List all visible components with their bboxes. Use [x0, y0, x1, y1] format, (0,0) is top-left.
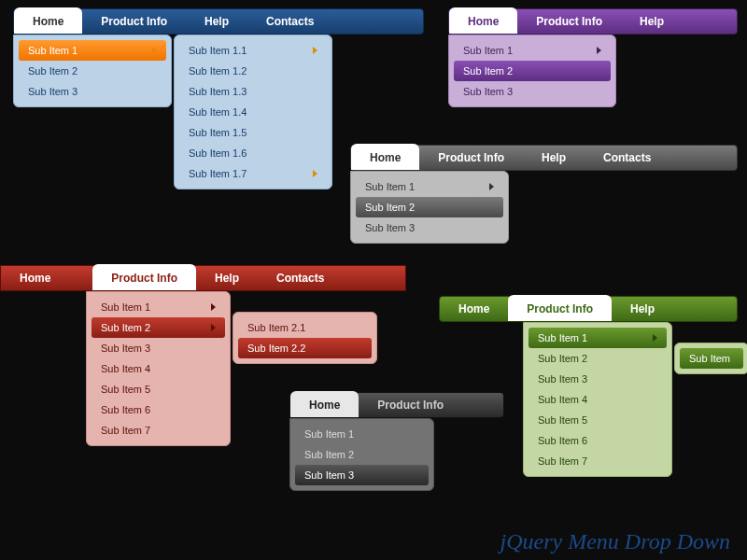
menu-item-label: Sub Item 2.2: [247, 343, 305, 354]
menu-item[interactable]: Sub Item 3: [356, 217, 503, 238]
menu-item[interactable]: Sub Item 1: [19, 40, 166, 61]
menu-item[interactable]: Sub Item 1.3: [179, 81, 327, 102]
menu-item[interactable]: Sub Item 3: [19, 81, 166, 102]
tab-product-info[interactable]: Product Info: [508, 295, 612, 321]
menu-item-label: Sub Item 5: [538, 414, 587, 426]
menu-item-label: Sub Item 3: [28, 86, 78, 97]
chevron-right-icon: [152, 47, 157, 54]
tab-product-info[interactable]: Product Info: [359, 393, 462, 417]
menu-item[interactable]: Sub Item 5: [529, 410, 667, 430]
menu-item[interactable]: Sub Item 3: [529, 369, 667, 389]
menu-item-label: Sub Item 2.1: [247, 322, 305, 333]
menu-item[interactable]: Sub Item 1.1: [179, 40, 327, 61]
menu-item[interactable]: Sub Item 2.1: [238, 317, 372, 338]
menu-item-label: Sub Item 4: [538, 394, 587, 405]
menu-item-label: Sub Item 1: [101, 301, 150, 313]
menu-blue: Home Product Info Help Contacts Sub Item…: [13, 8, 424, 35]
menu-item[interactable]: Sub Item 2: [454, 61, 611, 81]
menu-item-label: Sub Item 1.6: [189, 147, 247, 159]
dropdown-purple: Sub Item 1 Sub Item 2 Sub Item 3: [448, 35, 616, 107]
menu-item-label: Sub Item 5: [101, 384, 150, 395]
menu-item-label: Sub Item 1.5: [189, 127, 247, 138]
menu-item[interactable]: Sub Item 1.5: [179, 122, 327, 143]
menu-item[interactable]: Sub Item 3: [92, 338, 225, 358]
chevron-right-icon: [489, 183, 494, 190]
tab-product-info[interactable]: Product Info: [419, 146, 523, 170]
watermark-text: jQuery Menu Drop Down: [500, 529, 730, 554]
menu-item[interactable]: Sub Item 7: [529, 451, 667, 471]
menu-item-label: Sub Item 1: [538, 332, 587, 343]
tab-home[interactable]: Home: [1, 266, 69, 290]
menu-item[interactable]: Sub Item 1.6: [179, 143, 327, 163]
submenu-red: Sub Item 2.1 Sub Item 2.2: [233, 312, 377, 364]
menu-item-label: Sub Item 1: [463, 45, 513, 56]
menu-item-label: Sub Item: [689, 353, 730, 364]
menu-item[interactable]: Sub Item 1.4: [179, 102, 327, 122]
menu-item-label: Sub Item 3: [101, 343, 150, 354]
menu-item[interactable]: Sub Item 7: [92, 420, 225, 441]
menu-item[interactable]: Sub Item 2: [92, 317, 225, 338]
menu-item-label: Sub Item 7: [538, 455, 587, 467]
tab-product-info[interactable]: Product Info: [517, 9, 621, 34]
menu-item-label: Sub Item 1.2: [189, 65, 247, 77]
menu-item-label: Sub Item 2: [463, 65, 513, 77]
menu-item[interactable]: Sub Item: [680, 348, 743, 369]
tab-home[interactable]: Home: [290, 391, 359, 417]
tab-help[interactable]: Help: [621, 9, 683, 34]
menu-item[interactable]: Sub Item 6: [92, 399, 225, 420]
submenu-green: Sub Item: [674, 343, 747, 374]
tab-product-info[interactable]: Product Info: [92, 264, 196, 290]
chevron-right-icon: [313, 47, 317, 54]
menu-item[interactable]: Sub Item 6: [529, 430, 667, 451]
tab-home[interactable]: Home: [440, 297, 508, 321]
menu-item-label: Sub Item 1.1: [189, 45, 247, 56]
menu-item[interactable]: Sub Item 2.2: [238, 338, 372, 358]
dropdown-green: Sub Item 1 Sub Item 2 Sub Item 3 Sub Ite…: [523, 322, 672, 477]
tab-help[interactable]: Help: [612, 297, 673, 321]
menu-item-label: Sub Item 6: [538, 435, 587, 446]
menu-item-label: Sub Item 3: [463, 86, 513, 97]
menu-item-label: Sub Item 2: [538, 353, 587, 364]
menu-item-label: Sub Item 3: [538, 373, 587, 385]
menu-item[interactable]: Sub Item 4: [92, 358, 225, 379]
tab-contacts[interactable]: Contacts: [247, 9, 332, 34]
tab-help[interactable]: Help: [523, 146, 585, 170]
menubar-red: Home Product Info Help Contacts: [0, 265, 406, 291]
menu-gray: Home Product Info Help Contacts Sub Item…: [350, 145, 738, 171]
menu-item[interactable]: Sub Item 2: [19, 61, 166, 81]
tab-home[interactable]: Home: [351, 144, 419, 170]
tab-home[interactable]: Home: [14, 7, 82, 34]
menu-item[interactable]: Sub Item 2: [529, 348, 667, 369]
menu-item[interactable]: Sub Item 1: [295, 424, 429, 444]
menu-item[interactable]: Sub Item 4: [529, 389, 667, 410]
chevron-right-icon: [597, 47, 601, 54]
tab-product-info[interactable]: Product Info: [82, 9, 186, 34]
tab-help[interactable]: Help: [196, 266, 258, 290]
menu-item[interactable]: Sub Item 2: [356, 197, 503, 217]
menu-item[interactable]: Sub Item 2: [295, 444, 429, 465]
dropdown-gray: Sub Item 1 Sub Item 2 Sub Item 3: [350, 171, 509, 244]
menu-item[interactable]: Sub Item 1: [454, 40, 611, 61]
menubar-green: Home Product Info Help: [439, 296, 738, 322]
menu-item[interactable]: Sub Item 5: [92, 379, 225, 399]
menu-item[interactable]: Sub Item 1: [356, 176, 503, 197]
menu-item-label: Sub Item 2: [101, 322, 150, 333]
tab-home[interactable]: Home: [449, 7, 517, 34]
menu-item[interactable]: Sub Item 3: [295, 465, 429, 485]
menu-item-label: Sub Item 1.4: [189, 106, 247, 118]
submenu-blue: Sub Item 1.1 Sub Item 1.2 Sub Item 1.3 S…: [174, 35, 332, 189]
menu-item[interactable]: Sub Item 1: [92, 297, 225, 317]
menu-item-label: Sub Item 7: [101, 425, 150, 436]
chevron-right-icon: [653, 334, 657, 342]
menu-item[interactable]: Sub Item 3: [454, 81, 611, 102]
menu-item-label: Sub Item 1: [304, 428, 354, 440]
tab-contacts[interactable]: Contacts: [585, 146, 669, 170]
menu-item-label: Sub Item 6: [101, 404, 150, 415]
tab-help[interactable]: Help: [186, 9, 247, 34]
dropdown-blue: Sub Item 1 Sub Item 2 Sub Item 3: [13, 35, 172, 107]
menu-item-label: Sub Item 1: [365, 181, 415, 192]
tab-contacts[interactable]: Contacts: [258, 266, 343, 290]
menu-item[interactable]: Sub Item 1.7: [179, 163, 327, 184]
menu-item[interactable]: Sub Item 1: [529, 328, 667, 348]
menu-item[interactable]: Sub Item 1.2: [179, 61, 327, 81]
